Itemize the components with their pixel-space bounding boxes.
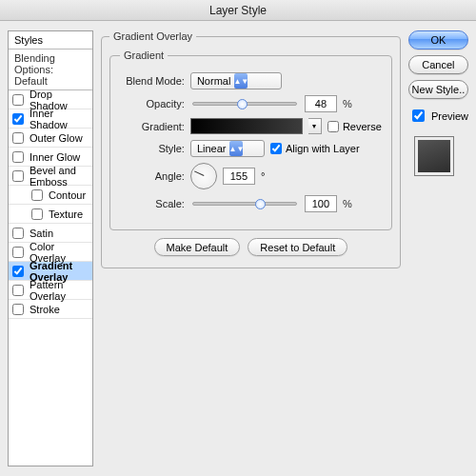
style-checkbox[interactable] (31, 208, 43, 220)
style-label: Stroke (30, 304, 89, 315)
preview-swatch (414, 136, 454, 176)
opacity-label: Opacity: (120, 98, 185, 109)
style-label: Inner Glow (30, 151, 89, 163)
window-title: Layer Style (0, 0, 476, 21)
style-checkbox[interactable] (12, 266, 24, 277)
style-checkbox[interactable] (12, 247, 24, 258)
reset-to-default-button[interactable]: Reset to Default (248, 238, 347, 256)
style-checkbox[interactable] (12, 151, 24, 163)
angle-label: Angle: (120, 170, 185, 182)
scale-label: Scale: (120, 198, 185, 209)
style-label: Bevel and Emboss (30, 165, 89, 188)
style-row-stroke[interactable]: Stroke (9, 300, 92, 319)
dialog-buttons: OK Cancel New Style.. Preview (408, 30, 468, 466)
new-style-button[interactable]: New Style.. (408, 80, 468, 99)
style-row-texture[interactable]: Texture (9, 205, 92, 224)
scale-slider[interactable] (192, 202, 297, 206)
style-label: Texture (49, 208, 89, 220)
align-with-layer-checkbox[interactable]: Align with Layer (270, 143, 360, 154)
percent-label: % (343, 98, 352, 109)
reverse-checkbox[interactable]: Reverse (327, 121, 382, 132)
dropdown-arrows-icon: ▲▼ (229, 141, 243, 156)
angle-input[interactable] (223, 168, 255, 185)
ok-button[interactable]: OK (408, 30, 468, 50)
style-row-pattern-overlay[interactable]: Pattern Overlay (9, 281, 92, 300)
style-label: Contour (49, 189, 89, 201)
preview-checkbox[interactable]: Preview (408, 107, 468, 125)
make-default-button[interactable]: Make Default (154, 238, 241, 256)
gradient-picker-arrow[interactable]: ▾ (308, 118, 322, 134)
layer-style-dialog: Layer Style Styles Blending Options: Def… (0, 0, 476, 476)
gradient-overlay-settings: Gradient Overlay Gradient Blend Mode: No… (101, 30, 401, 466)
blending-options-row[interactable]: Blending Options: Default (9, 50, 92, 90)
style-row-inner-shadow[interactable]: Inner Shadow (9, 109, 92, 129)
style-checkbox[interactable] (12, 285, 24, 296)
style-label: Pattern Overlay (30, 279, 89, 302)
style-dropdown[interactable]: Linear ▲▼ (190, 140, 265, 157)
style-label: Style: (120, 143, 185, 154)
style-checkbox[interactable] (31, 189, 43, 201)
style-label: Outer Glow (30, 132, 89, 144)
opacity-input[interactable] (305, 95, 337, 112)
legend-outer: Gradient Overlay (109, 30, 196, 42)
gradient-swatch[interactable] (190, 118, 303, 134)
style-checkbox[interactable] (12, 132, 24, 144)
degree-label: ° (261, 170, 265, 182)
blend-mode-label: Blend Mode: (120, 75, 185, 87)
gradient-label: Gradient: (120, 121, 185, 132)
cancel-button[interactable]: Cancel (408, 55, 468, 74)
style-checkbox[interactable] (12, 113, 24, 125)
style-label: Satin (30, 228, 89, 239)
style-row-outer-glow[interactable]: Outer Glow (9, 129, 92, 148)
style-label: Inner Shadow (30, 108, 89, 130)
style-row-bevel-and-emboss[interactable]: Bevel and Emboss (9, 167, 92, 186)
scale-input[interactable] (305, 195, 337, 212)
opacity-slider[interactable] (192, 102, 297, 106)
angle-dial[interactable] (190, 163, 217, 189)
styles-list-panel: Styles Blending Options: Default Drop Sh… (8, 30, 93, 466)
dropdown-arrows-icon: ▲▼ (234, 73, 248, 89)
style-checkbox[interactable] (12, 228, 24, 239)
styles-header[interactable]: Styles (9, 31, 92, 50)
style-checkbox[interactable] (12, 94, 24, 106)
style-row-contour[interactable]: Contour (9, 186, 92, 205)
legend-inner: Gradient (120, 50, 168, 61)
blend-mode-dropdown[interactable]: Normal ▲▼ (190, 72, 282, 89)
style-checkbox[interactable] (12, 304, 24, 315)
style-checkbox[interactable] (12, 170, 24, 182)
